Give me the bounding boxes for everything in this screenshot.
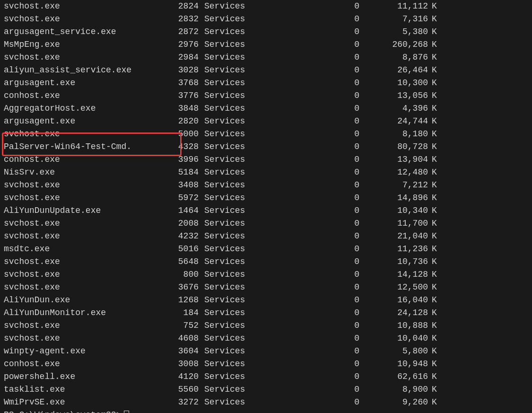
process-name: PalServer-Win64-Test-Cmd.: [0, 141, 161, 153]
process-memory-unit: K: [428, 217, 442, 230]
process-row: winpty-agent.exe3604Services05,800K: [0, 345, 532, 358]
process-memory: 10,736: [359, 255, 428, 268]
process-pid: 3272: [161, 396, 199, 409]
process-pid: 5016: [161, 243, 199, 255]
process-memory-unit: K: [428, 319, 442, 332]
process-memory: 11,700: [359, 217, 428, 230]
process-session-num: 0: [251, 217, 359, 230]
process-name: AliYunDun.exe: [0, 294, 161, 307]
process-memory-unit: K: [428, 0, 442, 13]
process-row: conhost.exe3776Services013,056K: [0, 89, 532, 102]
process-memory: 62,616: [359, 370, 428, 383]
process-row: AliYunDunUpdate.exe1464Services010,340K: [0, 204, 532, 217]
process-name: svchost.exe: [0, 51, 161, 64]
process-memory-unit: K: [428, 370, 442, 383]
process-memory: 16,040: [359, 294, 428, 307]
process-pid: 4232: [161, 230, 199, 243]
process-pid: 3008: [161, 358, 199, 370]
process-memory-unit: K: [428, 255, 442, 268]
process-memory: 5,380: [359, 26, 428, 38]
process-name: conhost.exe: [0, 89, 161, 102]
process-session-num: 0: [251, 179, 359, 192]
process-memory: 9,260: [359, 396, 428, 409]
process-session-num: 0: [251, 102, 359, 115]
process-memory: 13,904: [359, 153, 428, 166]
process-memory-unit: K: [428, 13, 442, 26]
process-memory-unit: K: [428, 38, 442, 51]
process-memory: 4,396: [359, 102, 428, 115]
process-session: Services: [199, 319, 251, 332]
process-memory-unit: K: [428, 102, 442, 115]
process-pid: 3604: [161, 345, 199, 358]
process-memory: 8,180: [359, 128, 428, 141]
process-row: powershell.exe4120Services062,616K: [0, 370, 532, 383]
process-memory-unit: K: [428, 383, 442, 396]
process-session-num: 0: [251, 89, 359, 102]
process-session-num: 0: [251, 230, 359, 243]
process-row: AggregatorHost.exe3848Services04,396K: [0, 102, 532, 115]
process-memory-unit: K: [428, 281, 442, 294]
process-name: argusagent_service.exe: [0, 26, 161, 38]
process-session-num: 0: [251, 166, 359, 179]
process-session-num: 0: [251, 294, 359, 307]
process-session-num: 0: [251, 192, 359, 204]
process-session: Services: [199, 38, 251, 51]
process-session: Services: [199, 358, 251, 370]
process-pid: 2820: [161, 115, 199, 128]
process-session: Services: [199, 345, 251, 358]
process-row: svchost.exe2984Services08,876K: [0, 51, 532, 64]
process-session: Services: [199, 294, 251, 307]
process-pid: 1268: [161, 294, 199, 307]
process-session: Services: [199, 77, 251, 89]
process-name: svchost.exe: [0, 217, 161, 230]
process-memory: 13,056: [359, 89, 428, 102]
process-name: AliYunDunUpdate.exe: [0, 204, 161, 217]
process-memory-unit: K: [428, 179, 442, 192]
process-pid: 3768: [161, 77, 199, 89]
process-memory-unit: K: [428, 64, 442, 77]
process-session: Services: [199, 204, 251, 217]
process-memory-unit: K: [428, 192, 442, 204]
process-name: AggregatorHost.exe: [0, 102, 161, 115]
process-session-num: 0: [251, 204, 359, 217]
process-memory-unit: K: [428, 230, 442, 243]
process-row: svchost.exe2824Services011,112K: [0, 0, 532, 13]
process-name: powershell.exe: [0, 370, 161, 383]
process-memory: 10,300: [359, 77, 428, 89]
process-name: tasklist.exe: [0, 383, 161, 396]
terminal-output[interactable]: svchost.exe2824Services011,112Ksvchost.e…: [0, 0, 532, 413]
process-pid: 2984: [161, 51, 199, 64]
process-session: Services: [199, 281, 251, 294]
process-session-num: 0: [251, 115, 359, 128]
process-pid: 2976: [161, 38, 199, 51]
process-memory: 10,948: [359, 358, 428, 370]
process-pid: 4120: [161, 370, 199, 383]
process-memory: 24,128: [359, 307, 428, 319]
process-row: AliYunDunMonitor.exe184Services024,128K: [0, 307, 532, 319]
cursor: [124, 411, 129, 413]
process-memory: 11,112: [359, 0, 428, 13]
process-session-num: 0: [251, 77, 359, 89]
process-session: Services: [199, 230, 251, 243]
process-memory-unit: K: [428, 26, 442, 38]
process-row: MsMpEng.exe2976Services0260,268K: [0, 38, 532, 51]
process-pid: 5560: [161, 383, 199, 396]
process-session: Services: [199, 128, 251, 141]
process-session: Services: [199, 383, 251, 396]
process-memory: 80,728: [359, 141, 428, 153]
process-pid: 5972: [161, 192, 199, 204]
prompt-line[interactable]: PS C:\Windows\system32>: [0, 409, 532, 413]
process-pid: 5184: [161, 166, 199, 179]
process-session: Services: [199, 396, 251, 409]
process-session-num: 0: [251, 268, 359, 281]
process-memory-unit: K: [428, 141, 442, 153]
process-memory-unit: K: [428, 77, 442, 89]
process-name: conhost.exe: [0, 153, 161, 166]
process-row: svchost.exe2832Services07,316K: [0, 13, 532, 26]
process-name: WmiPrvSE.exe: [0, 396, 161, 409]
process-pid: 3408: [161, 179, 199, 192]
process-row: svchost.exe3676Services012,500K: [0, 281, 532, 294]
process-session-num: 0: [251, 358, 359, 370]
process-row: svchost.exe800Services014,128K: [0, 268, 532, 281]
process-memory: 12,500: [359, 281, 428, 294]
